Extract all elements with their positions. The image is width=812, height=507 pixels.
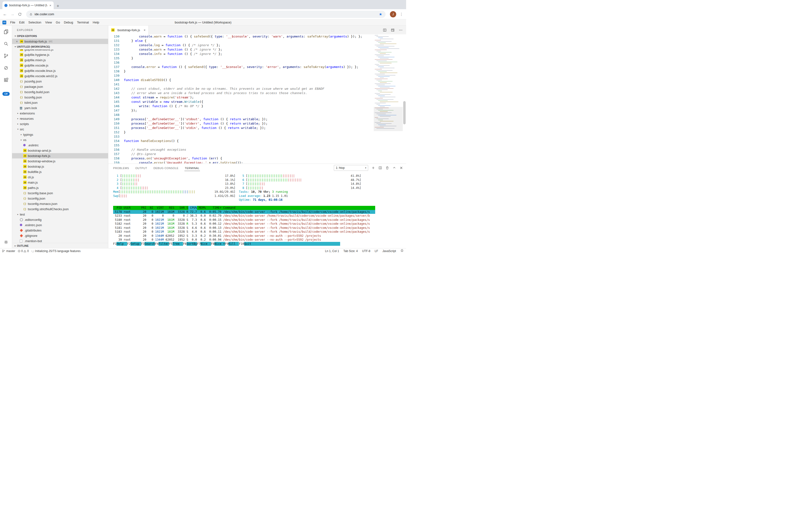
menu-item-edit[interactable]: Edit (17, 20, 26, 24)
tree-item[interactable]: JSbuildfile.js (12, 169, 108, 174)
tree-item[interactable]: {}tsconfig.json (12, 95, 108, 100)
tree-item[interactable]: JSbootstrap.js (12, 164, 108, 169)
scrollbar-thumb[interactable] (403, 101, 405, 124)
split-terminal-icon[interactable] (378, 166, 382, 170)
address-bar[interactable]: ide.coder.com ★ (26, 11, 386, 18)
panel-tab-output[interactable]: OUTPUT (135, 165, 148, 171)
status-item[interactable]: Tab Size: 4 (343, 249, 358, 253)
status-item[interactable]: LF (375, 249, 378, 253)
panel-tab-debug-console[interactable]: DEBUG CONSOLE (153, 165, 179, 171)
tab-close-icon[interactable]: × (143, 28, 145, 32)
tree-item[interactable]: JSgulpfile.vscode.win32.js (12, 73, 108, 78)
kill-terminal-icon[interactable] (385, 166, 389, 170)
editor-scrollbar[interactable] (403, 34, 406, 164)
more-actions-icon[interactable] (398, 28, 403, 32)
tree-folder[interactable]: ▸typings (12, 132, 108, 137)
panel-tab-problems[interactable]: PROBLEMS (113, 165, 130, 171)
tree-item[interactable]: .editorconfig (12, 217, 108, 222)
menu-item-view[interactable]: View (43, 20, 54, 24)
back-button[interactable]: ← (3, 12, 7, 16)
tree-item[interactable]: JSmain.js (12, 180, 108, 185)
tree-item[interactable]: {}jsconfig.json (12, 78, 108, 84)
tree-item[interactable]: JSgulpfile.mixin.js (12, 57, 108, 63)
tree-folder[interactable]: ▸scripts (12, 121, 108, 126)
tree-item[interactable]: {}package.json (12, 84, 108, 89)
tree-item[interactable]: JSpaths.js (12, 185, 108, 190)
new-terminal-icon[interactable] (371, 166, 375, 170)
tree-folder[interactable]: ▸extensions (12, 111, 108, 116)
menu-item-help[interactable]: Help (91, 20, 101, 24)
close-icon[interactable]: × (16, 40, 20, 43)
tree-item[interactable]: .eslintrc.json (12, 222, 108, 228)
status-item[interactable]: JavaScript (382, 249, 396, 253)
settings-gear-icon[interactable] (3, 239, 9, 245)
editor-tab[interactable]: JS bootstrap-fork.js × (108, 25, 149, 34)
explorer-icon[interactable] (3, 29, 9, 34)
code-lines[interactable]: console.warn = function () { safeSend({ … (124, 34, 374, 164)
tree-item[interactable]: JSgulpfile.vscode.linux.js (12, 68, 108, 73)
status-item[interactable]: Ln 1, Col 1 (325, 249, 339, 253)
minimap[interactable] (374, 34, 403, 164)
tree-item[interactable]: {}tsconfig.strictNullChecks.json (12, 206, 108, 212)
tree-item[interactable]: JSbootstrap-fork.js (12, 153, 108, 158)
debug-icon[interactable] (3, 65, 9, 71)
tree-item[interactable]: JSbootstrap-amd.js (12, 148, 108, 153)
search-icon[interactable] (3, 41, 9, 47)
bell-icon[interactable] (400, 249, 404, 253)
terminal[interactable]: 1 [|||||||||||17.8%] 5 [||||||||||||||||… (108, 172, 406, 248)
menu-item-debug[interactable]: Debug (62, 20, 75, 24)
tree-item[interactable]: .eslintrc (12, 143, 108, 148)
bookmark-star-icon[interactable]: ★ (379, 12, 382, 16)
json-file-icon: {} (23, 191, 28, 195)
tab-close-icon[interactable]: × (49, 3, 52, 7)
reload-button[interactable] (18, 12, 22, 16)
terminal-select[interactable]: 1: htop▾ (334, 165, 368, 171)
branch-indicator[interactable]: master (2, 249, 15, 253)
tree-folder[interactable]: ▸vs (12, 137, 108, 143)
menu-item-go[interactable]: Go (54, 20, 62, 24)
open-editor-item[interactable]: × JS bootstrap-fork.js src (12, 39, 108, 44)
terminal-line: 5233 root 20 0 0 0 0 Z 36.3 0.0 0:02.79 … (113, 214, 406, 218)
menu-item-file[interactable]: File (8, 20, 17, 24)
close-panel-icon[interactable] (399, 166, 403, 170)
split-editor-icon[interactable] (383, 28, 387, 32)
tree-item[interactable]: JSgulpfile.hygiene.js (12, 52, 108, 57)
tree-item[interactable]: {}tslint.json (12, 100, 108, 105)
menu-item-terminal[interactable]: Terminal (75, 20, 91, 24)
tree-item[interactable]: JSgulpfile.vscode.js (12, 63, 108, 68)
tree-item[interactable]: {}tsconfig.build.json (12, 89, 108, 95)
status-item[interactable]: UTF-8 (362, 249, 370, 253)
layout-icon[interactable] (391, 28, 395, 32)
source-control-icon[interactable] (3, 53, 9, 59)
tree-item[interactable]: .gitignore (12, 233, 108, 238)
tree-item[interactable]: .gitattributes (12, 228, 108, 233)
tree-item[interactable]: {}tsconfig.base.json (12, 190, 108, 196)
gutter[interactable]: 1301311321331341351361371381391401411421… (108, 34, 124, 164)
problems-indicator[interactable]: 0 0 (18, 249, 29, 253)
panel-tab-terminal[interactable]: TERMINAL (184, 165, 200, 171)
tree-folder[interactable]: ▸resources (12, 116, 108, 121)
workspace-header[interactable]: ▾UNTITLED (WORKSPACE) (12, 44, 108, 49)
extensions-icon[interactable] (3, 77, 9, 83)
tree-item[interactable]: JSgulpfile.extensions.js (12, 49, 108, 52)
avatar[interactable]: J (390, 11, 396, 17)
code-line (124, 143, 374, 148)
minimap-slider[interactable] (374, 107, 403, 131)
forward-button[interactable]: → (10, 12, 14, 16)
maximize-panel-icon[interactable] (392, 166, 396, 170)
outline-header[interactable]: ▸OUTLINE (12, 243, 108, 248)
menu-item-selection[interactable]: Selection (26, 20, 43, 24)
tree-item[interactable]: .mention-bot (12, 238, 108, 243)
new-tab-button[interactable]: + (57, 4, 59, 8)
tree-folder[interactable]: ▾src (12, 126, 108, 132)
browser-menu-icon[interactable]: ⋮ (399, 12, 403, 16)
tree-item[interactable]: JScli.js (12, 174, 108, 180)
tree-item[interactable]: JSbootstrap-window.js (12, 158, 108, 164)
open-editors-header[interactable]: ▾OPEN EDITORS (12, 34, 108, 39)
tree-item[interactable]: {}tsconfig.monaco.json (12, 201, 108, 206)
browser-tab[interactable]: bootstrap-fork.js — Untitled (W × (2, 1, 54, 9)
off-badge[interactable]: Off (2, 92, 10, 96)
tree-item[interactable]: {}tsconfig.json (12, 196, 108, 201)
tree-folder[interactable]: ▸test (12, 212, 108, 217)
tree-item[interactable]: yarn.lock (12, 105, 108, 111)
